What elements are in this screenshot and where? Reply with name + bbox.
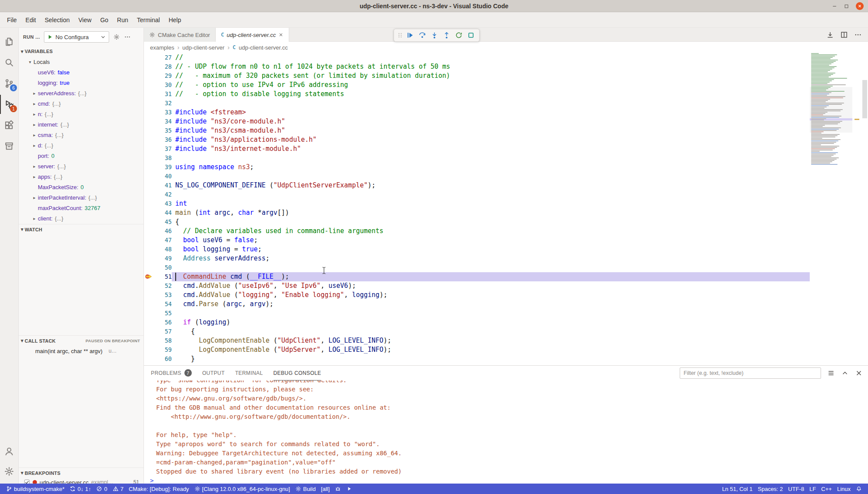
- line-number[interactable]: 59: [154, 345, 172, 354]
- code-text[interactable]: LogComponentEnable ("UdpServer", LOG_LEV…: [172, 345, 810, 354]
- code-text[interactable]: cmd.AddValue ("useIpv6", "Use Ipv6", use…: [172, 281, 810, 290]
- gutter-glyph[interactable]: [144, 181, 154, 190]
- code-text[interactable]: [172, 154, 810, 163]
- gutter-glyph[interactable]: [144, 80, 154, 90]
- source-control-activity-item[interactable]: 6: [0, 74, 18, 93]
- gutter-glyph[interactable]: [144, 90, 154, 99]
- menu-run[interactable]: Run: [113, 14, 133, 26]
- git-branch-status[interactable]: buildsystem-cmake*: [3, 484, 67, 494]
- gutter-glyph[interactable]: [144, 108, 154, 117]
- manage-gear-activity-item[interactable]: [0, 462, 18, 481]
- code-text[interactable]: #include "ns3/csma-module.h": [172, 126, 810, 135]
- variable-row[interactable]: logging:true: [19, 77, 144, 88]
- line-number[interactable]: 34: [154, 117, 172, 126]
- variable-row[interactable]: ▸n:{...}: [19, 109, 144, 119]
- line-number[interactable]: 57: [154, 327, 172, 336]
- code-text[interactable]: if (logging): [172, 318, 810, 327]
- line-number[interactable]: 29: [154, 71, 172, 80]
- line-number[interactable]: 47: [154, 236, 172, 245]
- gutter-glyph[interactable]: [144, 99, 154, 108]
- variable-row[interactable]: MaxPacketSize:0: [19, 182, 144, 192]
- line-number[interactable]: 41: [154, 181, 172, 190]
- gutter-glyph[interactable]: [144, 126, 154, 135]
- variable-row[interactable]: ▸server:{...}: [19, 161, 144, 171]
- variable-row[interactable]: useV6:false: [19, 67, 144, 77]
- start-debug-icon[interactable]: [47, 34, 53, 40]
- code-text[interactable]: [172, 99, 810, 108]
- code-text[interactable]: [172, 190, 810, 199]
- code-text[interactable]: #include "ns3/core-module.h": [172, 117, 810, 126]
- scrollbar-thumb[interactable]: [862, 80, 867, 118]
- gutter-glyph[interactable]: [144, 53, 154, 62]
- code-text[interactable]: // - UDP flow from n0 to n1 of 1024 byte…: [172, 62, 810, 71]
- more-actions-icon[interactable]: [854, 31, 862, 39]
- code-text[interactable]: //: [172, 53, 810, 62]
- breadcrumb-item[interactable]: examples: [150, 44, 174, 51]
- maximize-panel-icon[interactable]: [841, 369, 849, 377]
- gutter-glyph[interactable]: [144, 336, 154, 345]
- menu-go[interactable]: Go: [96, 14, 113, 26]
- close-panel-icon[interactable]: [855, 369, 863, 377]
- line-number[interactable]: 42: [154, 190, 172, 199]
- split-editor-icon[interactable]: [840, 31, 848, 39]
- menu-help[interactable]: Help: [164, 14, 186, 26]
- line-number[interactable]: 50: [154, 263, 172, 272]
- code-text[interactable]: // - option to disable logging statement…: [172, 90, 810, 99]
- gutter-glyph[interactable]: [144, 135, 154, 144]
- gutter-glyph[interactable]: [144, 318, 154, 327]
- line-number[interactable]: 35: [154, 126, 172, 135]
- git-sync-status[interactable]: 0↓ 1↑: [67, 484, 93, 494]
- code-text[interactable]: // - option to use IPv4 or IPv6 addressi…: [172, 80, 810, 90]
- line-number[interactable]: 30: [154, 80, 172, 90]
- cmake-build-button[interactable]: Build: [293, 484, 318, 494]
- gutter-glyph[interactable]: [144, 163, 154, 172]
- code-text[interactable]: #include "ns3/internet-module.h": [172, 144, 810, 154]
- line-number[interactable]: 49: [154, 254, 172, 263]
- code-text[interactable]: main (int argc, char *argv[]): [172, 208, 810, 217]
- code-text[interactable]: using namespace ns3;: [172, 163, 810, 172]
- explorer-activity-item[interactable]: [0, 32, 18, 51]
- variable-row[interactable]: port:0: [19, 150, 144, 161]
- menu-view[interactable]: View: [74, 14, 96, 26]
- menu-terminal[interactable]: Terminal: [133, 14, 164, 26]
- code-text[interactable]: // Declare variables used in command-lin…: [172, 227, 810, 236]
- cmake-tools-activity-item[interactable]: [0, 137, 18, 156]
- line-number[interactable]: 43: [154, 199, 172, 208]
- gutter-glyph[interactable]: [144, 117, 154, 126]
- cmake-target-status[interactable]: [all]: [318, 484, 332, 494]
- menu-file[interactable]: File: [3, 14, 21, 26]
- drag-handle-icon[interactable]: [397, 32, 404, 39]
- gutter-glyph[interactable]: [144, 281, 154, 290]
- code-text[interactable]: #include <fstream>: [172, 108, 810, 117]
- line-number[interactable]: 55: [154, 309, 172, 318]
- variable-row[interactable]: ▸apps:{...}: [19, 171, 144, 182]
- gutter-glyph[interactable]: [144, 300, 154, 309]
- gutter-glyph[interactable]: [144, 309, 154, 318]
- code-editor[interactable]: 27//28// - UDP flow from n0 to n1 of 102…: [144, 53, 868, 365]
- gutter-glyph[interactable]: [144, 208, 154, 217]
- tab-cmake-cache-editor[interactable]: CMake Cache Editor: [144, 28, 216, 42]
- problems-errors[interactable]: 0: [93, 484, 110, 494]
- cmake-kit-status[interactable]: [Clang 12.0.0 x86_64-pc-linux-gnu]: [192, 484, 293, 494]
- close-icon[interactable]: [856, 2, 864, 10]
- minimap[interactable]: [810, 53, 852, 365]
- locals-scope-row[interactable]: ▾Locals: [19, 57, 144, 67]
- code-text[interactable]: }: [172, 354, 810, 364]
- gutter-glyph[interactable]: [144, 327, 154, 336]
- breakpoints-section-header[interactable]: ▾ BREAKPOINTS: [19, 467, 144, 478]
- code-text[interactable]: cmd.Parse (argc, argv);: [172, 300, 810, 309]
- panel-tab-problems[interactable]: PROBLEMS7: [151, 366, 192, 381]
- editor-scrollbar[interactable]: [861, 53, 868, 365]
- run-and-debug-activity-item[interactable]: 1: [0, 95, 18, 114]
- gutter-glyph[interactable]: [144, 227, 154, 236]
- tab-udp-client-server-cc[interactable]: Cudp-client-server.cc: [216, 28, 289, 42]
- breakpoint-checkbox[interactable]: [24, 479, 30, 484]
- line-number[interactable]: 54: [154, 300, 172, 309]
- variable-row[interactable]: ▸csma:{...}: [19, 130, 144, 140]
- code-text[interactable]: CommandLine cmd (__FILE__);: [172, 272, 810, 281]
- variables-section-header[interactable]: ▾ VARIABLES: [19, 46, 144, 57]
- gutter-glyph[interactable]: [144, 172, 154, 181]
- variable-row[interactable]: ▸client:{...}: [19, 213, 144, 224]
- code-text[interactable]: [172, 309, 810, 318]
- line-number[interactable]: 58: [154, 336, 172, 345]
